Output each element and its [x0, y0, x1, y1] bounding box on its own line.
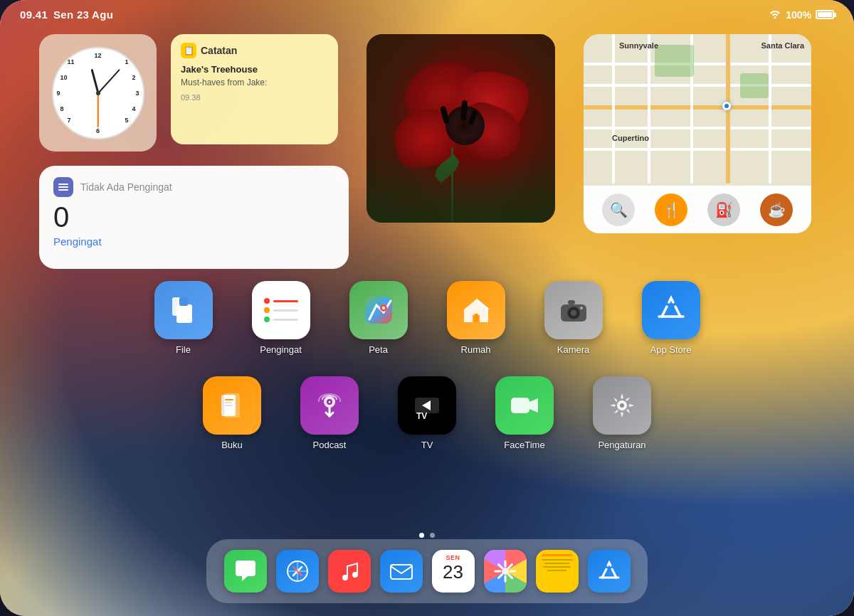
clock-hour-hand [90, 68, 99, 93]
map-label-cupertino: Cupertino [612, 134, 649, 142]
app-home-label: Rumah [461, 344, 491, 355]
wifi-icon [769, 9, 781, 21]
app-settings[interactable]: Pengaturan [593, 376, 651, 450]
map-search-btn[interactable]: 🔍 [602, 193, 635, 226]
dock-notes[interactable] [536, 550, 579, 593]
dock: SEN 23 [206, 539, 648, 603]
svg-rect-28 [511, 398, 529, 413]
svg-rect-4 [176, 304, 192, 323]
svg-line-45 [498, 575, 502, 578]
svg-rect-22 [225, 405, 233, 406]
app-tv-label: TV [421, 440, 433, 450]
app-reminders-label: Pengingat [260, 344, 302, 355]
ipad-frame: 09.41 Sen 23 Agu 100% 12 3 6 9 [0, 0, 854, 616]
svg-rect-15 [568, 300, 575, 304]
dock-messages[interactable] [224, 550, 267, 593]
reminders-no-reminder-text: Tidak Ada Pengingat [80, 181, 172, 193]
notes-time: 09.38 [181, 93, 328, 102]
notes-note-title: Jake's Treehouse [181, 64, 328, 75]
app-books-label: Buku [221, 440, 243, 450]
dock-photos[interactable] [484, 550, 527, 593]
reminders-count: 0 [53, 203, 334, 231]
app-files[interactable]: File [154, 281, 213, 355]
app-settings-label: Pengaturan [598, 440, 645, 450]
svg-rect-0 [58, 184, 68, 185]
svg-rect-21 [225, 402, 232, 403]
svg-rect-9 [474, 314, 478, 322]
notes-title: Catatan [201, 45, 237, 56]
photo-widget[interactable] [367, 34, 555, 223]
status-time: 09.41 [20, 9, 48, 21]
svg-line-42 [498, 565, 502, 568]
reminders-icon [53, 177, 73, 197]
app-facetime-label: FaceTime [504, 440, 544, 450]
notes-header: 📋 Catatan [181, 43, 328, 58]
clock-second-hand [97, 93, 99, 127]
map-restaurant-btn[interactable]: 🍴 [655, 193, 687, 226]
svg-line-44 [508, 565, 512, 568]
app-maps-label: Peta [369, 344, 388, 355]
battery-icon [816, 10, 834, 19]
svg-rect-5 [179, 297, 188, 306]
dock-safari[interactable] [276, 550, 319, 593]
clock-center [96, 91, 100, 95]
app-appstore-label: App Store [650, 344, 692, 355]
map-coffee-btn[interactable]: ☕ [760, 193, 793, 226]
svg-point-16 [580, 307, 583, 309]
app-files-label: File [176, 344, 191, 355]
svg-point-8 [382, 307, 385, 309]
dock-appstore[interactable] [588, 550, 631, 593]
svg-rect-2 [58, 189, 68, 191]
reminders-widget[interactable]: Tidak Ada Pengingat 0 Pengingat [39, 166, 349, 269]
map-gas-btn[interactable]: ⛽ [707, 193, 740, 226]
dock-mail[interactable] [380, 550, 423, 593]
page-dot-1[interactable] [419, 533, 424, 538]
map-label-santaclara: Santa Clara [761, 41, 804, 50]
svg-rect-20 [225, 399, 233, 400]
app-podcasts[interactable]: Podcast [300, 376, 359, 450]
svg-point-25 [329, 401, 331, 403]
clock-minute-hand [97, 68, 120, 93]
page-dot-2[interactable] [430, 533, 435, 538]
svg-text:TV: TV [416, 411, 427, 421]
clock-widget[interactable]: 12 3 6 9 1 11 2 4 5 7 8 10 [39, 34, 157, 152]
svg-rect-36 [391, 565, 412, 579]
app-maps[interactable]: Peta [349, 281, 408, 355]
svg-point-35 [352, 572, 358, 578]
apps-grid: File Pengingat [39, 281, 815, 450]
reminders-header: Tidak Ada Pengingat [53, 177, 334, 197]
app-books[interactable]: Buku [203, 376, 261, 450]
status-bar: 09.41 Sen 23 Agu 100% [20, 9, 834, 21]
reminders-label: Pengingat [53, 235, 334, 248]
apps-row-2: Buku Podcast [39, 376, 815, 450]
app-facetime[interactable]: FaceTime [495, 376, 554, 450]
map-controls: 🔍 🍴 ⛽ ☕ [584, 185, 811, 233]
dock-music[interactable] [328, 550, 371, 593]
calendar-day: 23 [443, 563, 463, 581]
app-camera[interactable]: Kamera [544, 281, 603, 355]
status-right: 100% [769, 9, 834, 21]
app-appstore[interactable]: App Store [642, 281, 700, 355]
dock-calendar[interactable]: SEN 23 [432, 550, 475, 593]
notes-content: Must-haves from Jake: [181, 77, 328, 89]
status-date: Sen 23 Agu [53, 9, 113, 21]
notes-icon: 📋 [181, 43, 196, 58]
svg-point-34 [342, 575, 348, 580]
svg-line-43 [508, 575, 512, 578]
app-camera-label: Kamera [557, 344, 590, 355]
battery-text: 100% [786, 9, 811, 21]
app-tv[interactable]: TV TV [398, 376, 456, 450]
page-dots [419, 533, 435, 538]
notes-widget[interactable]: 📋 Catatan Jake's Treehouse Must-haves fr… [171, 34, 338, 144]
calendar-month: SEN [446, 554, 460, 561]
app-home[interactable]: Rumah [447, 281, 505, 355]
map-label-sunnyvale: Sunnyvale [619, 41, 658, 50]
clock-face: 12 3 6 9 1 11 2 4 5 7 8 10 [52, 47, 144, 139]
app-podcasts-label: Podcast [313, 440, 347, 450]
svg-point-14 [571, 311, 576, 315]
app-reminders[interactable]: Pengingat [252, 281, 310, 355]
svg-point-30 [620, 403, 624, 408]
map-widget[interactable]: Sunnyvale Santa Clara Cupertino 🔍 🍴 ⛽ ☕ [584, 34, 811, 233]
svg-rect-1 [58, 186, 68, 188]
photo-poppy [367, 34, 555, 223]
